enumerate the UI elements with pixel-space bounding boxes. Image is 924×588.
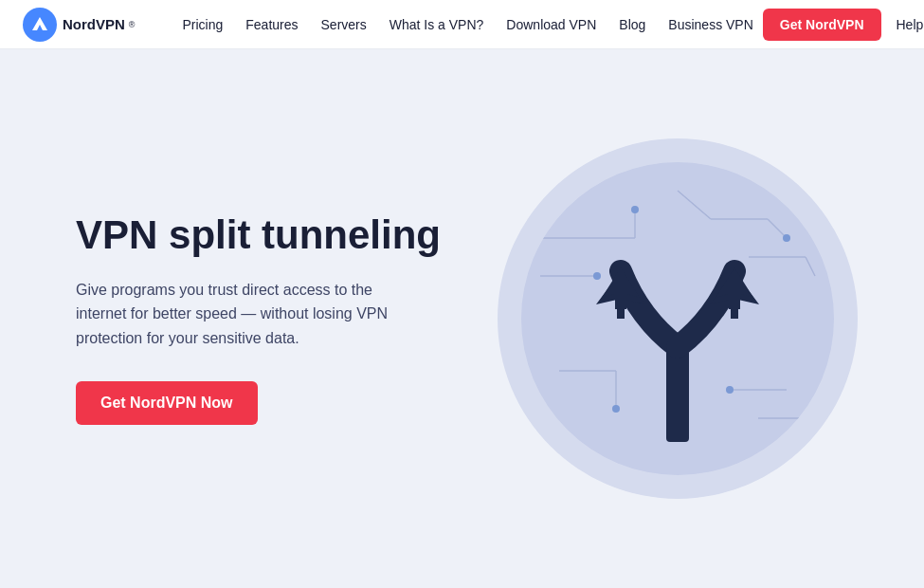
navbar: NordVPN ® Pricing Features Servers What …	[0, 0, 924, 49]
hero-cta-button[interactable]: Get NordVPN Now	[76, 381, 258, 425]
nav-link-blog[interactable]: Blog	[609, 11, 655, 38]
nav-help-link[interactable]: Help	[897, 17, 924, 32]
nav-link-business[interactable]: Business VPN	[659, 11, 762, 38]
svg-point-8	[783, 234, 790, 242]
nav-right: Get NordVPN Help Log in	[763, 9, 924, 41]
hero-content: VPN split tunneling Give programs you tr…	[76, 212, 441, 424]
nav-link-download[interactable]: Download VPN	[497, 11, 606, 38]
nav-link-servers[interactable]: Servers	[312, 11, 376, 38]
nav-links: Pricing Features Servers What Is a VPN? …	[172, 11, 762, 38]
svg-rect-19	[666, 347, 689, 442]
illustration-outer-circle	[498, 138, 858, 499]
split-tunnel-icon	[583, 195, 772, 442]
logo-trademark: ®	[129, 20, 136, 29]
hero-description: Give programs you trust direct access to…	[76, 278, 426, 351]
nav-link-features[interactable]: Features	[236, 11, 307, 38]
hero-section: VPN split tunneling Give programs you tr…	[0, 49, 924, 588]
svg-line-17	[806, 418, 815, 437]
hero-illustration	[488, 119, 867, 518]
nav-cta-button[interactable]: Get NordVPN	[763, 9, 881, 41]
nav-link-what-is-vpn[interactable]: What Is a VPN?	[380, 11, 494, 38]
svg-line-10	[806, 257, 815, 276]
nordvpn-logo-icon	[23, 8, 57, 42]
nav-link-pricing[interactable]: Pricing	[172, 11, 232, 38]
logo[interactable]: NordVPN ®	[23, 8, 135, 42]
illustration-inner-circle	[521, 162, 834, 475]
logo-text: NordVPN	[63, 16, 125, 32]
hero-title: VPN split tunneling	[76, 212, 441, 258]
